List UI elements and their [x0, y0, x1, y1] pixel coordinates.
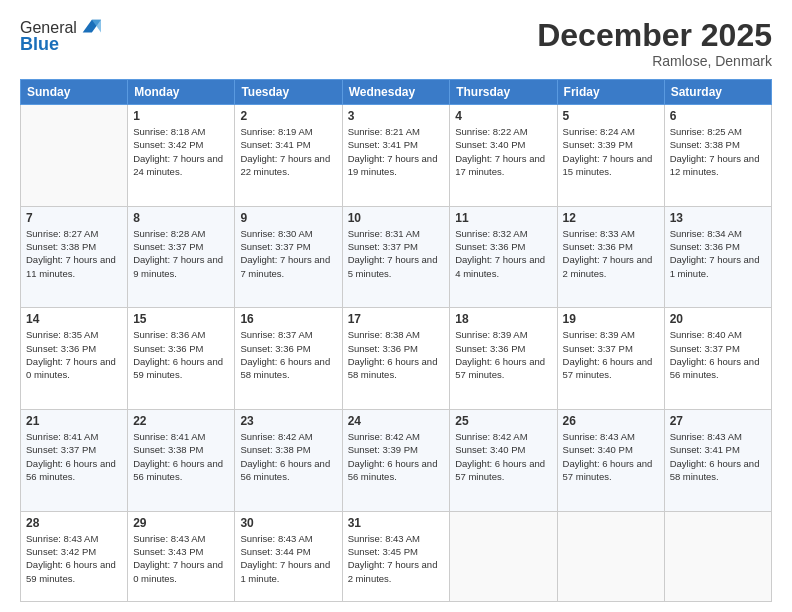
table-row [557, 511, 664, 601]
table-row: 6Sunrise: 8:25 AMSunset: 3:38 PMDaylight… [664, 105, 771, 207]
day-number: 19 [563, 312, 659, 326]
day-info: Sunrise: 8:32 AMSunset: 3:36 PMDaylight:… [455, 227, 551, 280]
day-number: 4 [455, 109, 551, 123]
day-info: Sunrise: 8:38 AMSunset: 3:36 PMDaylight:… [348, 328, 445, 381]
day-info: Sunrise: 8:21 AMSunset: 3:41 PMDaylight:… [348, 125, 445, 178]
col-tuesday: Tuesday [235, 80, 342, 105]
table-row: 29Sunrise: 8:43 AMSunset: 3:43 PMDayligh… [128, 511, 235, 601]
table-row: 21Sunrise: 8:41 AMSunset: 3:37 PMDayligh… [21, 410, 128, 512]
day-info: Sunrise: 8:36 AMSunset: 3:36 PMDaylight:… [133, 328, 229, 381]
day-number: 3 [348, 109, 445, 123]
table-row: 1Sunrise: 8:18 AMSunset: 3:42 PMDaylight… [128, 105, 235, 207]
table-row: 23Sunrise: 8:42 AMSunset: 3:38 PMDayligh… [235, 410, 342, 512]
day-info: Sunrise: 8:19 AMSunset: 3:41 PMDaylight:… [240, 125, 336, 178]
day-info: Sunrise: 8:42 AMSunset: 3:38 PMDaylight:… [240, 430, 336, 483]
day-number: 31 [348, 516, 445, 530]
day-number: 30 [240, 516, 336, 530]
col-saturday: Saturday [664, 80, 771, 105]
table-row: 10Sunrise: 8:31 AMSunset: 3:37 PMDayligh… [342, 206, 450, 308]
day-number: 26 [563, 414, 659, 428]
day-number: 14 [26, 312, 122, 326]
day-number: 2 [240, 109, 336, 123]
day-info: Sunrise: 8:25 AMSunset: 3:38 PMDaylight:… [670, 125, 766, 178]
day-info: Sunrise: 8:37 AMSunset: 3:36 PMDaylight:… [240, 328, 336, 381]
day-info: Sunrise: 8:43 AMSunset: 3:42 PMDaylight:… [26, 532, 122, 585]
header: General Blue December 2025 Ramlose, Denm… [20, 18, 772, 69]
day-info: Sunrise: 8:24 AMSunset: 3:39 PMDaylight:… [563, 125, 659, 178]
col-thursday: Thursday [450, 80, 557, 105]
calendar-header-row: Sunday Monday Tuesday Wednesday Thursday… [21, 80, 772, 105]
day-number: 1 [133, 109, 229, 123]
table-row: 20Sunrise: 8:40 AMSunset: 3:37 PMDayligh… [664, 308, 771, 410]
day-number: 15 [133, 312, 229, 326]
table-row: 26Sunrise: 8:43 AMSunset: 3:40 PMDayligh… [557, 410, 664, 512]
day-info: Sunrise: 8:43 AMSunset: 3:45 PMDaylight:… [348, 532, 445, 585]
table-row: 30Sunrise: 8:43 AMSunset: 3:44 PMDayligh… [235, 511, 342, 601]
day-info: Sunrise: 8:33 AMSunset: 3:36 PMDaylight:… [563, 227, 659, 280]
table-row: 16Sunrise: 8:37 AMSunset: 3:36 PMDayligh… [235, 308, 342, 410]
day-info: Sunrise: 8:41 AMSunset: 3:38 PMDaylight:… [133, 430, 229, 483]
day-number: 12 [563, 211, 659, 225]
table-row: 12Sunrise: 8:33 AMSunset: 3:36 PMDayligh… [557, 206, 664, 308]
day-info: Sunrise: 8:31 AMSunset: 3:37 PMDaylight:… [348, 227, 445, 280]
table-row [21, 105, 128, 207]
day-number: 6 [670, 109, 766, 123]
day-number: 10 [348, 211, 445, 225]
day-number: 28 [26, 516, 122, 530]
day-info: Sunrise: 8:43 AMSunset: 3:40 PMDaylight:… [563, 430, 659, 483]
day-info: Sunrise: 8:43 AMSunset: 3:41 PMDaylight:… [670, 430, 766, 483]
day-number: 11 [455, 211, 551, 225]
table-row: 14Sunrise: 8:35 AMSunset: 3:36 PMDayligh… [21, 308, 128, 410]
day-info: Sunrise: 8:35 AMSunset: 3:36 PMDaylight:… [26, 328, 122, 381]
table-row: 22Sunrise: 8:41 AMSunset: 3:38 PMDayligh… [128, 410, 235, 512]
header-right: December 2025 Ramlose, Denmark [537, 18, 772, 69]
day-info: Sunrise: 8:28 AMSunset: 3:37 PMDaylight:… [133, 227, 229, 280]
table-row: 3Sunrise: 8:21 AMSunset: 3:41 PMDaylight… [342, 105, 450, 207]
table-row: 17Sunrise: 8:38 AMSunset: 3:36 PMDayligh… [342, 308, 450, 410]
day-number: 24 [348, 414, 445, 428]
col-monday: Monday [128, 80, 235, 105]
month-title: December 2025 [537, 18, 772, 53]
calendar: Sunday Monday Tuesday Wednesday Thursday… [20, 79, 772, 602]
table-row: 15Sunrise: 8:36 AMSunset: 3:36 PMDayligh… [128, 308, 235, 410]
day-number: 17 [348, 312, 445, 326]
table-row: 4Sunrise: 8:22 AMSunset: 3:40 PMDaylight… [450, 105, 557, 207]
day-number: 8 [133, 211, 229, 225]
table-row [450, 511, 557, 601]
day-number: 18 [455, 312, 551, 326]
logo-icon [79, 16, 101, 38]
day-number: 23 [240, 414, 336, 428]
table-row: 2Sunrise: 8:19 AMSunset: 3:41 PMDaylight… [235, 105, 342, 207]
day-info: Sunrise: 8:43 AMSunset: 3:43 PMDaylight:… [133, 532, 229, 585]
logo: General Blue [20, 18, 101, 55]
table-row: 24Sunrise: 8:42 AMSunset: 3:39 PMDayligh… [342, 410, 450, 512]
table-row: 7Sunrise: 8:27 AMSunset: 3:38 PMDaylight… [21, 206, 128, 308]
page: General Blue December 2025 Ramlose, Denm… [0, 0, 792, 612]
day-info: Sunrise: 8:18 AMSunset: 3:42 PMDaylight:… [133, 125, 229, 178]
day-info: Sunrise: 8:40 AMSunset: 3:37 PMDaylight:… [670, 328, 766, 381]
day-info: Sunrise: 8:43 AMSunset: 3:44 PMDaylight:… [240, 532, 336, 585]
table-row [664, 511, 771, 601]
day-info: Sunrise: 8:27 AMSunset: 3:38 PMDaylight:… [26, 227, 122, 280]
table-row: 28Sunrise: 8:43 AMSunset: 3:42 PMDayligh… [21, 511, 128, 601]
table-row: 27Sunrise: 8:43 AMSunset: 3:41 PMDayligh… [664, 410, 771, 512]
col-sunday: Sunday [21, 80, 128, 105]
day-info: Sunrise: 8:39 AMSunset: 3:36 PMDaylight:… [455, 328, 551, 381]
day-number: 21 [26, 414, 122, 428]
table-row: 9Sunrise: 8:30 AMSunset: 3:37 PMDaylight… [235, 206, 342, 308]
col-wednesday: Wednesday [342, 80, 450, 105]
day-info: Sunrise: 8:42 AMSunset: 3:39 PMDaylight:… [348, 430, 445, 483]
table-row: 5Sunrise: 8:24 AMSunset: 3:39 PMDaylight… [557, 105, 664, 207]
day-number: 7 [26, 211, 122, 225]
location: Ramlose, Denmark [537, 53, 772, 69]
table-row: 31Sunrise: 8:43 AMSunset: 3:45 PMDayligh… [342, 511, 450, 601]
day-number: 9 [240, 211, 336, 225]
day-info: Sunrise: 8:42 AMSunset: 3:40 PMDaylight:… [455, 430, 551, 483]
table-row: 19Sunrise: 8:39 AMSunset: 3:37 PMDayligh… [557, 308, 664, 410]
day-info: Sunrise: 8:34 AMSunset: 3:36 PMDaylight:… [670, 227, 766, 280]
day-info: Sunrise: 8:41 AMSunset: 3:37 PMDaylight:… [26, 430, 122, 483]
day-info: Sunrise: 8:39 AMSunset: 3:37 PMDaylight:… [563, 328, 659, 381]
col-friday: Friday [557, 80, 664, 105]
day-number: 5 [563, 109, 659, 123]
table-row: 25Sunrise: 8:42 AMSunset: 3:40 PMDayligh… [450, 410, 557, 512]
